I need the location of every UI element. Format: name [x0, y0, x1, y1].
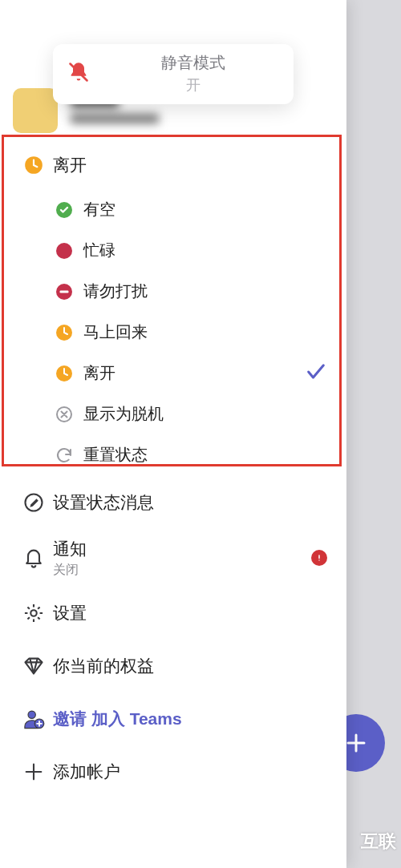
- menu-label: 邀请 加入 Teams: [53, 708, 182, 730]
- brb-icon: [45, 323, 83, 342]
- menu-sublabel: 关闭: [53, 562, 87, 579]
- menu-label: 你当前的权益: [53, 655, 154, 677]
- status-label: 有空: [83, 199, 115, 220]
- menu-label: 通知: [53, 538, 87, 560]
- menu-label: 设置状态消息: [53, 491, 154, 514]
- svg-point-10: [30, 610, 36, 616]
- status-label: 显示为脱机: [83, 403, 164, 425]
- available-icon: [45, 200, 83, 220]
- menu-set-status-message[interactable]: 设置状态消息: [0, 476, 346, 529]
- menu-add-account[interactable]: 添加帐户: [0, 745, 346, 798]
- checkmark-icon: [305, 361, 327, 386]
- bell-off-icon: [67, 61, 90, 87]
- avatar: [13, 88, 58, 133]
- dnd-icon: [45, 282, 83, 301]
- status-option-offline[interactable]: 显示为脱机: [0, 394, 346, 434]
- watermark-text: 互联: [361, 830, 396, 854]
- status-option-dnd[interactable]: 请勿打扰: [0, 271, 346, 312]
- bell-icon: [14, 547, 53, 569]
- alert-badge-icon: [311, 550, 327, 566]
- plus-icon: [344, 731, 368, 755]
- menu-label: 添加帐户: [53, 761, 120, 783]
- toast-sub: 开: [107, 75, 279, 95]
- status-header-label: 离开: [53, 154, 87, 176]
- status-label: 请勿打扰: [83, 281, 148, 302]
- svg-point-2: [56, 243, 72, 259]
- svg-point-11: [28, 711, 35, 718]
- status-option-busy[interactable]: 忙碌: [0, 230, 346, 271]
- edit-status-icon: [14, 491, 53, 514]
- menu-settings[interactable]: 设置: [0, 587, 346, 640]
- status-option-available[interactable]: 有空: [0, 189, 346, 230]
- menu-benefits[interactable]: 你当前的权益: [0, 640, 346, 692]
- svg-point-9: [318, 559, 319, 560]
- busy-icon: [45, 241, 83, 260]
- status-option-brb[interactable]: 马上回来: [0, 312, 346, 353]
- status-option-away[interactable]: 离开: [0, 353, 346, 394]
- svg-rect-4: [60, 290, 69, 293]
- away-icon: [14, 155, 53, 176]
- menu-notifications[interactable]: 通知 关闭: [0, 529, 346, 587]
- silent-mode-toast[interactable]: 静音模式 开: [53, 44, 294, 104]
- gear-icon: [14, 602, 53, 624]
- status-label: 重置状态: [83, 444, 148, 466]
- status-label: 马上回来: [83, 321, 148, 343]
- status-header-row[interactable]: 离开: [0, 141, 346, 189]
- diamond-icon: [14, 655, 53, 677]
- menu-invite[interactable]: 邀请 加入 Teams: [0, 692, 346, 745]
- plus-icon: [14, 761, 53, 783]
- side-panel: 静音模式 开 离开 有空 忙碌: [0, 0, 346, 868]
- offline-icon: [45, 405, 83, 424]
- invite-person-icon: [14, 708, 53, 730]
- status-label: 忙碌: [83, 240, 115, 261]
- away-icon: [45, 364, 83, 383]
- menu-label: 设置: [53, 602, 87, 624]
- reset-icon: [45, 446, 83, 465]
- toast-title: 静音模式: [107, 52, 279, 74]
- status-label: 离开: [83, 362, 115, 384]
- status-option-reset[interactable]: 重置状态: [0, 434, 346, 475]
